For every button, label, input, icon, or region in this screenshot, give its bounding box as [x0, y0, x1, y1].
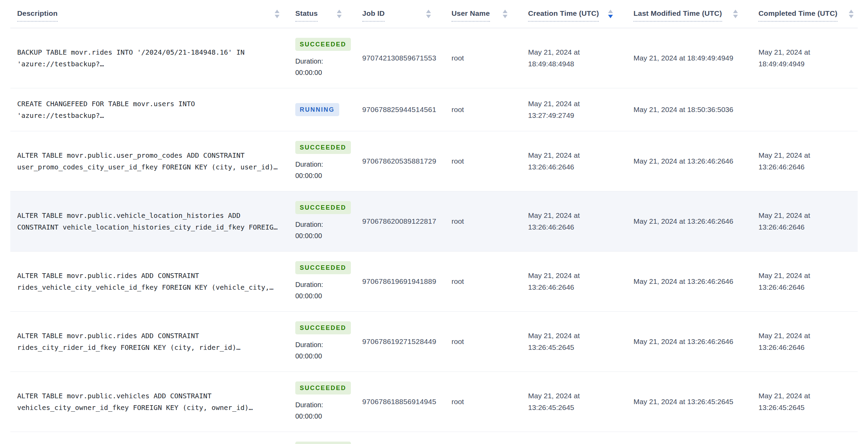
- job-user-name: root: [445, 88, 521, 131]
- column-label: Status: [295, 9, 318, 22]
- job-id: 970678620535881729: [355, 131, 445, 191]
- job-last-modified-time: May 21, 2024 at 13:26:44:2644: [627, 432, 752, 444]
- job-creation-time: May 21, 2024 at 13:26:46:2646: [521, 191, 627, 252]
- job-id: 970678825944514561: [355, 88, 445, 131]
- column-label: Completed Time (UTC): [758, 9, 837, 22]
- column-header-creation-time[interactable]: Creation Time (UTC): [521, 0, 627, 28]
- job-last-modified-time: May 21, 2024 at 13:26:46:2646: [627, 131, 752, 191]
- job-last-modified-time: May 21, 2024 at 13:26:46:2646: [627, 252, 752, 312]
- sort-icon: [426, 10, 431, 18]
- job-row-highlighted[interactable]: ALTER TABLE movr.public.vehicle_location…: [10, 191, 858, 252]
- jobs-table-body: BACKUP TABLE movr.rides INTO '/2024/05/2…: [10, 28, 858, 444]
- job-duration: Duration: 00:00:00: [295, 339, 347, 362]
- column-label: Last Modified Time (UTC): [633, 9, 722, 22]
- job-duration: Duration: 00:00:00: [295, 279, 347, 302]
- job-id: 970742130859671553: [355, 28, 445, 88]
- job-completed-time: May 21, 2024 at 13:26:46:2646: [752, 191, 858, 252]
- job-status-cell: SUCCEEDED Duration: 00:00:00: [288, 252, 355, 312]
- sort-icon: [275, 10, 279, 18]
- job-creation-time: May 21, 2024 at 13:26:45:2645: [521, 372, 627, 432]
- job-status-cell: SUCCEEDED Duration: 00:00:00: [288, 312, 355, 372]
- column-header-user-name[interactable]: User Name: [445, 0, 521, 28]
- job-last-modified-time: May 21, 2024 at 13:26:46:2646: [627, 191, 752, 252]
- column-header-job-id[interactable]: Job ID: [355, 0, 445, 28]
- column-label: User Name: [452, 9, 490, 22]
- job-completed-time: May 21, 2024 at 13:26:46:2646: [752, 252, 858, 312]
- job-status-cell: SUCCEEDED Duration: 00:00:00: [288, 28, 355, 88]
- job-row[interactable]: CREATE CHANGEFEED FOR TABLE movr.users I…: [10, 88, 858, 131]
- status-badge: SUCCEEDED: [295, 321, 351, 334]
- job-row[interactable]: IMPORT INTO movr.public.rides CSV DATA (…: [10, 432, 858, 444]
- job-description: ALTER TABLE movr.public.vehicle_location…: [10, 191, 288, 252]
- job-completed-time: [752, 88, 858, 131]
- job-duration: Duration: 00:00:00: [295, 56, 347, 78]
- job-creation-time: May 21, 2024 at 13:26:45:2645: [521, 312, 627, 372]
- jobs-table-header: Description Status Job ID User Name Crea…: [10, 0, 858, 28]
- job-user-name: root: [445, 372, 521, 432]
- sort-icon: [503, 10, 507, 18]
- job-description: ALTER TABLE movr.public.vehicles ADD CON…: [10, 372, 288, 432]
- sort-icon-active: [608, 10, 613, 18]
- column-header-status[interactable]: Status: [288, 0, 355, 28]
- job-creation-time: May 21, 2024 at 18:49:48:4948: [521, 28, 627, 88]
- job-status-cell: SUCCEEDED Duration: 00:00:00: [288, 131, 355, 191]
- job-last-modified-time: May 21, 2024 at 18:49:49:4949: [627, 28, 752, 88]
- job-user-name: root: [445, 28, 521, 88]
- job-id: 970678620089122817: [355, 191, 445, 252]
- job-id: 970678618856914945: [355, 372, 445, 432]
- job-row[interactable]: ALTER TABLE movr.public.vehicles ADD CON…: [10, 372, 858, 432]
- job-user-name: root: [445, 252, 521, 312]
- job-user-name: root: [445, 131, 521, 191]
- jobs-table-container: Description Status Job ID User Name Crea…: [0, 0, 868, 444]
- column-header-last-modified-time[interactable]: Last Modified Time (UTC): [627, 0, 752, 28]
- status-badge: SUCCEEDED: [295, 38, 351, 51]
- job-row[interactable]: ALTER TABLE movr.public.rides ADD CONSTR…: [10, 252, 858, 312]
- job-completed-time: May 21, 2024 at 13:26:45:2645: [752, 372, 858, 432]
- column-header-description[interactable]: Description: [10, 0, 288, 28]
- sort-icon: [337, 10, 342, 18]
- job-completed-time: May 21, 2024 at 13:26:44:2644: [752, 432, 858, 444]
- column-label: Job ID: [362, 9, 385, 22]
- job-creation-time: May 21, 2024 at 13:27:49:2749: [521, 88, 627, 131]
- job-description: BACKUP TABLE movr.rides INTO '/2024/05/2…: [10, 28, 288, 88]
- job-creation-time: May 21, 2024 at 13:26:43:2643: [521, 432, 627, 444]
- job-row[interactable]: ALTER TABLE movr.public.user_promo_codes…: [10, 131, 858, 191]
- job-creation-time: May 21, 2024 at 13:26:46:2646: [521, 131, 627, 191]
- job-id: 970678619691941889: [355, 252, 445, 312]
- job-creation-time: May 21, 2024 at 13:26:46:2646: [521, 252, 627, 312]
- status-badge: SUCCEEDED: [295, 381, 351, 395]
- job-last-modified-time: May 21, 2024 at 13:26:45:2645: [627, 372, 752, 432]
- sort-icon: [733, 10, 738, 18]
- job-duration: Duration: 00:00:00: [295, 159, 347, 181]
- job-last-modified-time: May 21, 2024 at 13:26:46:2646: [627, 312, 752, 372]
- job-duration: Duration: 00:00:00: [295, 399, 347, 422]
- job-status-cell: RUNNING: [288, 88, 355, 131]
- column-header-completed-time[interactable]: Completed Time (UTC): [752, 0, 858, 28]
- job-completed-time: May 21, 2024 at 13:26:46:2646: [752, 312, 858, 372]
- status-badge: SUCCEEDED: [295, 141, 351, 154]
- job-description: ALTER TABLE movr.public.rides ADD CONSTR…: [10, 252, 288, 312]
- job-status-cell: SUCCEEDED Duration: 00:00:00: [288, 191, 355, 252]
- sort-icon: [849, 10, 854, 18]
- job-completed-time: May 21, 2024 at 18:49:49:4949: [752, 28, 858, 88]
- job-id: 970678619271528449: [355, 312, 445, 372]
- job-last-modified-time: May 21, 2024 at 18:50:36:5036: [627, 88, 752, 131]
- job-status-cell: SUCCEEDED Duration: 00:00:00: [288, 432, 355, 444]
- job-id: 970678612838252545: [355, 432, 445, 444]
- job-description: IMPORT INTO movr.public.rides CSV DATA (…: [10, 432, 288, 444]
- status-badge: RUNNING: [295, 103, 339, 116]
- job-status-cell: SUCCEEDED Duration: 00:00:00: [288, 372, 355, 432]
- column-label: Creation Time (UTC): [528, 9, 599, 22]
- job-duration: Duration: 00:00:00: [295, 219, 347, 242]
- jobs-table: Description Status Job ID User Name Crea…: [10, 0, 858, 444]
- job-row[interactable]: BACKUP TABLE movr.rides INTO '/2024/05/2…: [10, 28, 858, 88]
- status-badge: SUCCEEDED: [295, 442, 351, 444]
- status-badge: SUCCEEDED: [295, 201, 351, 214]
- column-label: Description: [17, 9, 58, 22]
- job-user-name: root: [445, 312, 521, 372]
- job-user-name: root: [445, 432, 521, 444]
- job-description: ALTER TABLE movr.public.rides ADD CONSTR…: [10, 312, 288, 372]
- job-row[interactable]: ALTER TABLE movr.public.rides ADD CONSTR…: [10, 312, 858, 372]
- job-description: CREATE CHANGEFEED FOR TABLE movr.users I…: [10, 88, 288, 131]
- job-description: ALTER TABLE movr.public.user_promo_codes…: [10, 131, 288, 191]
